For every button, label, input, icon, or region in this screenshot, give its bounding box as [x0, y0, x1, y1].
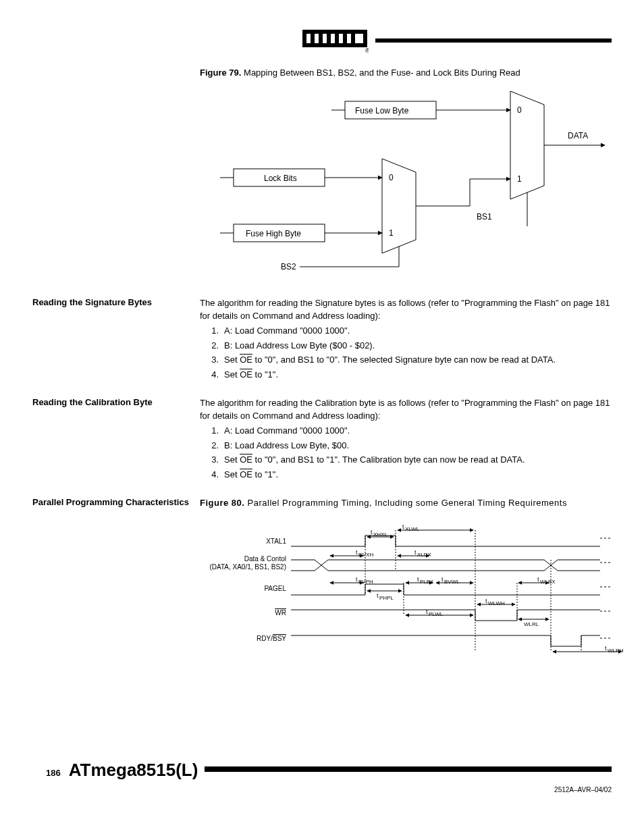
tlabel-wlbx: WLBX [540, 579, 556, 585]
signal-wr-label: WR [275, 609, 286, 617]
header-rule [375, 38, 612, 43]
tlabel-bvph-t: t [356, 576, 358, 583]
tlabel-plbx: PLBX [420, 579, 434, 585]
signal-datactrl-l1: Data & Contol [244, 555, 286, 563]
figure79-diagram: 0 1 0 1 Fuse Low Byte Lock Bits Fuse Hig… [200, 84, 618, 280]
bs1-select-label: BS1 [477, 212, 492, 221]
fuse-high-box-label: Fuse High Byte [246, 229, 301, 238]
page-number: 186 [46, 768, 61, 778]
tlabel-plbx-t: t [417, 576, 419, 583]
signal-rdy-label: RDY/BSY [257, 635, 286, 642]
tlabel-xldx-t: t [414, 549, 417, 556]
section-parallel-programming: Parallel Programming Characteristics Fig… [32, 497, 612, 510]
svg-rect-2 [327, 34, 331, 43]
mux2-input1-label: 1 [517, 174, 522, 184]
signature-step-2: 2.B: Load Address Low Byte ($00 - $02). [200, 340, 612, 353]
atmel-logo: ® [301, 27, 369, 54]
signal-xtal1-label: XTAL1 [266, 538, 286, 545]
section-calibration-byte: Reading the Calibration Byte The algorit… [32, 397, 612, 484]
svg-rect-4 [343, 34, 347, 43]
figure80-caption: Parallel Programming Timing, Including s… [248, 498, 567, 508]
tlabel-xhxl-t: t [371, 529, 373, 536]
figure80-diagram: XTAL1 t XHXL t XLWL Data & Contol (DATA,… [200, 523, 632, 665]
figure80-label: Figure 80. [200, 498, 244, 508]
oe-overline: OE [240, 469, 252, 479]
tlabel-phpl: PHPL [379, 595, 394, 601]
tlabel-xlwl: XLWL [405, 526, 420, 532]
signature-intro: The algorithm for reading the Signature … [200, 297, 612, 323]
bs2-select-label: BS2 [281, 262, 296, 271]
tlabel-bvph: BVPH [358, 579, 373, 585]
calibration-intro: The algorithm for reading the Calibratio… [200, 397, 612, 423]
figure80-title: Figure 80. Parallel Programming Timing, … [200, 497, 612, 510]
section-body-parallel: Figure 80. Parallel Programming Timing, … [200, 497, 612, 510]
section-signature-bytes: Reading the Signature Bytes The algorith… [32, 297, 612, 384]
footer-rule [205, 766, 612, 772]
tlabel-wlrh-t: t [605, 645, 607, 652]
signal-pagel-label: PAGEL [264, 585, 286, 592]
svg-rect-0 [311, 34, 315, 43]
figure79-caption: Mapping Between BS1, BS2, and the Fuse- … [244, 68, 520, 78]
tlabel-wlwh-t: t [485, 598, 487, 604]
tlabel-xldx: XLDX [417, 552, 432, 558]
svg-text:®: ® [365, 47, 369, 54]
svg-rect-1 [319, 34, 323, 43]
mux1-input0-label: 0 [389, 173, 394, 182]
header-logo-line: ® [301, 27, 612, 54]
oe-overline: OE [240, 454, 252, 465]
calibration-step-3: 3.Set OE to "0", and BS1 to "1". The Cal… [200, 454, 612, 467]
calibration-step-4: 4.Set OE to "1". [200, 469, 612, 481]
product-name: ATmega8515(L) [69, 760, 198, 781]
signal-datactrl-l2: (DATA, XA0/1, BS1, BS2) [209, 563, 286, 571]
section-body-calibration: The algorithm for reading the Calibratio… [200, 397, 612, 484]
signature-step-3: 3.Set OE to "0", and BS1 to "0". The sel… [200, 354, 612, 367]
tlabel-dvxh-t: t [356, 549, 358, 556]
tlabel-phpl-t: t [377, 592, 379, 599]
tlabel-bvwl-t: t [441, 576, 444, 583]
svg-rect-5 [351, 34, 355, 43]
fuse-low-box-label: Fuse Low Byte [355, 106, 409, 115]
data-output-label: DATA [568, 131, 588, 140]
section-heading-parallel: Parallel Programming Characteristics [32, 497, 200, 507]
doc-id: 2512A–AVR–04/02 [32, 786, 612, 793]
tlabel-xhxl: XHXL [373, 531, 387, 538]
section-heading-calibration: Reading the Calibration Byte [32, 397, 200, 407]
tlabel-wlbx-t: t [537, 576, 539, 583]
page-footer: 186 ATmega8515(L) [32, 760, 612, 781]
figure79-label: Figure 79. [200, 68, 241, 78]
signature-step-1: 1.A: Load Command "0000 1000". [200, 325, 612, 338]
calibration-step-1: 1.A: Load Command "0000 1000". [200, 425, 612, 438]
tlabel-dvxh: DVXH [358, 552, 373, 558]
figure79-title: Figure 79. Mapping Between BS1, BS2, and… [200, 68, 612, 78]
oe-overline: OE [240, 369, 252, 380]
calibration-step-2: 2.B: Load Address Low Byte, $00. [200, 440, 612, 452]
tlabel-plwl: PLWL [429, 611, 444, 617]
tlabel-xlwl-t: t [402, 523, 404, 530]
tlabel-wlrl: WLRL [524, 621, 539, 627]
svg-rect-3 [335, 34, 339, 43]
lock-bits-box-label: Lock Bits [264, 174, 297, 183]
oe-overline: OE [240, 355, 252, 365]
tlabel-wlwh: WLWH [488, 600, 505, 606]
tlabel-bvwl: BVWL [444, 579, 460, 585]
tlabel-wlrh: WLRH [608, 648, 624, 654]
section-body-signature: The algorithm for reading the Signature … [200, 297, 612, 384]
mux2-input0-label: 0 [517, 105, 522, 115]
section-heading-signature: Reading the Signature Bytes [32, 297, 200, 307]
signature-step-4: 4.Set OE to "1". [200, 369, 612, 382]
mux1-input1-label: 1 [389, 228, 394, 238]
